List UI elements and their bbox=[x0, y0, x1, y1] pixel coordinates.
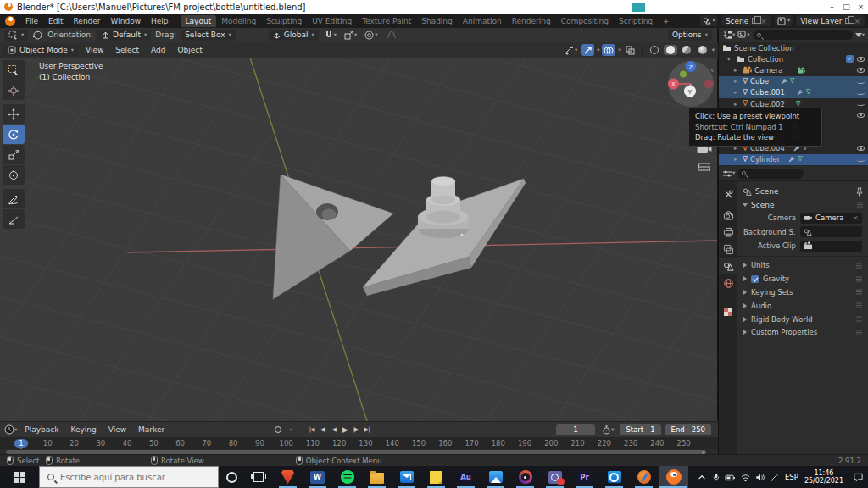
taskbar-app-word[interactable]: W bbox=[303, 466, 332, 488]
active-tool-dropdown[interactable]: ▾ bbox=[4, 30, 28, 41]
taskbar-app-sticky-notes[interactable] bbox=[421, 466, 451, 488]
transform-tool[interactable] bbox=[3, 165, 25, 185]
timeline-menu[interactable]: Marker bbox=[132, 424, 170, 435]
topbar-menu[interactable]: Render bbox=[69, 15, 106, 27]
taskbar-search-input[interactable] bbox=[39, 466, 219, 488]
workspace-tab[interactable]: Sculpting bbox=[261, 15, 307, 27]
viewport-menu[interactable]: Select bbox=[109, 44, 145, 56]
tab-world[interactable] bbox=[719, 275, 737, 291]
taskbar-app-paint[interactable] bbox=[629, 466, 659, 488]
topbar-menu[interactable]: File bbox=[20, 15, 43, 27]
timeline-menu[interactable]: Playback bbox=[19, 424, 64, 435]
scene-type-icon[interactable]: ▾ bbox=[700, 15, 718, 26]
properties-section[interactable]: Units bbox=[737, 259, 868, 273]
volume-icon[interactable] bbox=[755, 473, 765, 482]
search-text-input[interactable] bbox=[60, 473, 196, 482]
annotate-tool[interactable] bbox=[3, 189, 25, 208]
camera-object-field[interactable]: Camera × bbox=[800, 213, 862, 224]
timeline-menu[interactable]: View bbox=[103, 424, 132, 435]
properties-section[interactable]: Custom Properties bbox=[737, 325, 868, 339]
tab-view-layer[interactable] bbox=[719, 241, 737, 258]
wifi-icon[interactable] bbox=[740, 473, 751, 482]
workspace-tab[interactable]: Animation bbox=[458, 15, 507, 27]
properties-editor-icon[interactable]: ▾ bbox=[722, 169, 735, 178]
outliner-editor-icon[interactable]: ▾ bbox=[722, 30, 735, 40]
start-button[interactable] bbox=[0, 466, 39, 488]
cursor-tool[interactable] bbox=[3, 80, 25, 100]
workspace-tab[interactable]: Modeling bbox=[216, 15, 261, 27]
timeline-menu[interactable]: Keying bbox=[64, 424, 102, 435]
eye-open-icon[interactable] bbox=[857, 57, 865, 62]
expand-icon[interactable]: ▾ bbox=[727, 56, 733, 63]
microphone-icon[interactable] bbox=[711, 472, 721, 482]
snap-toggle[interactable]: ▾ bbox=[323, 29, 338, 41]
region-collapse-icon[interactable]: ‹ bbox=[710, 64, 714, 75]
properties-section[interactable]: Rigid Body World bbox=[737, 313, 868, 326]
eye-closed-icon[interactable] bbox=[857, 102, 865, 106]
new-scene-icon[interactable] bbox=[752, 18, 757, 24]
pen-icon[interactable] bbox=[770, 473, 779, 482]
outliner-row-camera[interactable]: ▸ Camera bbox=[719, 64, 868, 75]
eye-closed-icon[interactable] bbox=[857, 80, 865, 84]
workspace-tab[interactable]: Scripting bbox=[614, 15, 658, 27]
action-center-icon[interactable] bbox=[853, 472, 864, 482]
viewport-canvas[interactable] bbox=[0, 58, 718, 421]
proportional-editing-toggle[interactable]: ▾ bbox=[363, 29, 379, 41]
jump-to-end-button[interactable]: ▶| bbox=[361, 424, 372, 435]
hidden-icons-chevron[interactable] bbox=[697, 473, 707, 481]
taskbar-app-outlook[interactable] bbox=[599, 466, 629, 488]
play-reverse-button[interactable]: ◀ bbox=[328, 424, 339, 435]
taskbar-app-audition[interactable]: Au bbox=[451, 466, 481, 488]
workspace-tab[interactable]: Shading bbox=[416, 15, 458, 27]
new-view-layer-icon[interactable] bbox=[845, 18, 850, 24]
start-frame-field[interactable]: Start 1 bbox=[620, 424, 660, 435]
gizmos-toggle[interactable] bbox=[581, 44, 594, 56]
eye-open-icon[interactable] bbox=[857, 113, 865, 118]
outliner-row-collection[interactable]: ▾ Collection ✓ bbox=[719, 53, 868, 64]
taskbar-app-blender[interactable] bbox=[659, 466, 688, 488]
taskbar-app-spotify[interactable] bbox=[332, 466, 362, 488]
viewport-menu[interactable]: View bbox=[80, 44, 109, 56]
outliner-search-input[interactable] bbox=[753, 30, 853, 40]
snap-target-dropdown[interactable]: ▾ bbox=[342, 29, 359, 41]
workspace-tab[interactable]: Compositing bbox=[556, 15, 614, 27]
active-clip-field[interactable] bbox=[800, 241, 862, 252]
keyboard-language[interactable]: ESP bbox=[783, 473, 800, 481]
jump-to-start-button[interactable]: |◀ bbox=[306, 424, 317, 435]
use-preview-range-button[interactable]: ▾ bbox=[600, 424, 615, 435]
prev-keyframe-button[interactable]: ◀| bbox=[317, 424, 328, 435]
expand-icon[interactable]: ▸ bbox=[734, 78, 740, 85]
close-button[interactable]: × bbox=[854, 0, 868, 14]
tab-render[interactable] bbox=[719, 208, 737, 224]
expand-icon[interactable]: ▸ bbox=[734, 67, 740, 74]
properties-search-input[interactable] bbox=[737, 169, 804, 179]
clear-icon[interactable]: × bbox=[852, 214, 859, 222]
outliner-row-cube[interactable]: ▸ ∇ Cube ∇ bbox=[719, 76, 868, 87]
view-layer-type-icon[interactable]: ▾ bbox=[775, 15, 793, 26]
collection-checkbox[interactable]: ✓ bbox=[846, 55, 854, 63]
timeline-ruler[interactable]: 1102030405060708090100110120130140150160… bbox=[0, 437, 718, 449]
topbar-menu[interactable]: Help bbox=[146, 15, 174, 27]
eye-closed-icon[interactable] bbox=[857, 158, 865, 162]
taskbar-app-media[interactable] bbox=[510, 466, 540, 488]
overlays-toggle[interactable] bbox=[602, 44, 615, 56]
workspace-tab[interactable]: UV Editing bbox=[307, 15, 357, 27]
scene-selector[interactable]: Scene × bbox=[721, 15, 771, 26]
blender-menu-icon[interactable] bbox=[5, 16, 15, 26]
taskbar-clock[interactable]: 11:46 25/02/2021 bbox=[804, 469, 843, 485]
select-box-tool[interactable] bbox=[3, 60, 25, 80]
workspace-tab[interactable]: Layout bbox=[181, 15, 217, 27]
play-button[interactable]: ▶ bbox=[339, 424, 350, 435]
visibility-dropdown[interactable]: ▾ bbox=[563, 44, 579, 56]
viewport-menu[interactable]: Object bbox=[172, 44, 209, 56]
taskbar-app-mail[interactable] bbox=[392, 466, 421, 488]
gyroscope-icon[interactable] bbox=[32, 30, 43, 41]
move-tool[interactable] bbox=[3, 104, 25, 124]
orientation-dropdown[interactable]: Default ▾ bbox=[97, 30, 151, 41]
expand-icon[interactable]: ▸ bbox=[734, 156, 740, 163]
mode-dropdown[interactable]: Object Mode ▾ bbox=[3, 45, 78, 56]
tab-output[interactable] bbox=[719, 225, 737, 241]
taskbar-app-brave[interactable] bbox=[273, 466, 303, 488]
outliner-filter-icon[interactable]: ▾ bbox=[855, 32, 865, 38]
remove-view-layer-icon[interactable]: × bbox=[854, 17, 860, 25]
